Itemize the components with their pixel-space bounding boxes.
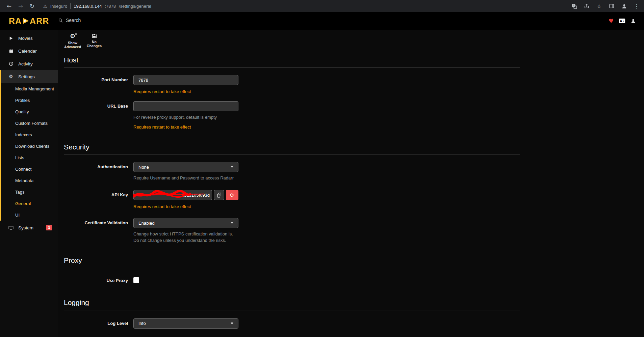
side-panel-icon[interactable]: [608, 3, 615, 9]
chevron-down-icon: [231, 166, 233, 168]
proxy-section: Proxy Use Proxy: [64, 256, 520, 283]
port-number-input[interactable]: [133, 75, 238, 85]
sidebar-item-label: Calendar: [18, 49, 37, 54]
log-level-label: Log Level: [64, 318, 133, 329]
use-proxy-label: Use Proxy: [64, 276, 133, 283]
section-title-logging: Logging: [64, 299, 520, 310]
sidebar-item-system[interactable]: System 3: [0, 221, 58, 234]
save-icon: [92, 33, 97, 39]
authentication-label: Authentication: [64, 162, 133, 181]
logo-text-right: ARR: [30, 16, 49, 26]
section-title-host: Host: [64, 56, 520, 68]
show-advanced-label: Show Advanced: [64, 41, 81, 49]
sidebar-item-general[interactable]: General: [1, 198, 58, 209]
sidebar-item-profiles[interactable]: Profiles: [1, 94, 58, 106]
sidebar-item-calendar[interactable]: Calendar: [0, 45, 58, 57]
api-key-label: API Key: [64, 190, 133, 209]
system-health-badge: 3: [46, 225, 52, 230]
chevron-down-icon: [231, 222, 233, 224]
back-icon[interactable]: ←: [4, 1, 14, 11]
regenerate-api-key-button[interactable]: ⟳: [226, 190, 238, 200]
sidebar-item-movies[interactable]: Movies: [0, 32, 58, 45]
security-section: Security Authentication None Require Use…: [64, 143, 520, 244]
sidebar-item-connect[interactable]: Connect: [1, 163, 58, 175]
bookmark-star-icon[interactable]: ☆: [596, 3, 602, 9]
radarr-logo[interactable]: RA ARR: [0, 16, 58, 26]
sidebar-item-indexers[interactable]: Indexers: [1, 129, 58, 140]
certificate-validation-row: Certificate Validation Enabled Change ho…: [64, 218, 520, 243]
menu-dots-icon[interactable]: ⋮: [633, 3, 640, 9]
use-proxy-checkbox[interactable]: [133, 277, 139, 283]
url-host: 192.168.0.144: [74, 4, 102, 9]
reload-icon[interactable]: ↻: [27, 1, 37, 11]
search-bar: [58, 18, 120, 24]
translate-page-icon[interactable]: A: [571, 3, 577, 9]
log-level-select[interactable]: Info: [133, 318, 238, 329]
url-base-label: URL Base: [64, 101, 133, 130]
profile-avatar-icon[interactable]: [621, 3, 627, 9]
donate-heart-icon[interactable]: ♥: [609, 18, 614, 24]
page-toolbar: ⚙ Show Advanced No Changes: [64, 30, 644, 48]
sidebar-item-label: Activity: [18, 61, 33, 66]
authentication-select[interactable]: None: [133, 162, 238, 172]
browser-toolbar: ← → ↻ ⚠ Inseguro 192.168.0.144:7878/sett…: [0, 0, 644, 12]
sidebar-item-media-management[interactable]: Media Management: [1, 83, 58, 94]
url-base-row: URL Base For reverse proxy support, defa…: [64, 101, 520, 130]
clipboard-icon: [217, 193, 222, 198]
sidebar-item-lists[interactable]: Lists: [1, 152, 58, 163]
user-icon[interactable]: [630, 18, 636, 24]
address-bar[interactable]: ⚠ Inseguro 192.168.0.144:7878/settings/g…: [38, 1, 569, 11]
sidebar-item-settings[interactable]: ⚙ Settings: [1, 70, 58, 83]
copy-api-key-button[interactable]: [214, 190, 224, 200]
port-restart-warning: Requires restart to take effect: [133, 89, 238, 94]
advanced-gear-icon: ⚙: [70, 33, 75, 40]
calendar-icon: [8, 49, 14, 53]
sidebar-item-label: Movies: [18, 36, 33, 41]
header-actions: ♥ Az: [609, 18, 644, 24]
gears-icon: ⚙: [8, 74, 14, 80]
chevron-down-icon: [231, 322, 233, 325]
certificate-validation-value: Enabled: [138, 221, 155, 226]
save-changes-button[interactable]: No Changes: [85, 33, 103, 48]
sidebar-item-activity[interactable]: Activity: [0, 57, 58, 70]
url-separator: [70, 3, 71, 9]
authentication-row: Authentication None Require Username and…: [64, 162, 520, 181]
url-base-restart-warning: Requires restart to take effect: [133, 124, 238, 130]
play-logo-icon: [22, 17, 29, 25]
settings-general-page: ⚙ Show Advanced No Changes Host Port Num…: [58, 30, 644, 337]
search-input[interactable]: [66, 18, 117, 23]
api-key-row: API Key 55a8105f093d ⟳: [64, 190, 520, 209]
url-port: :7878: [105, 4, 116, 9]
authentication-value: None: [138, 165, 149, 170]
sync-icon: ⟳: [230, 192, 234, 198]
url-base-help: For reverse proxy support, default is em…: [133, 114, 238, 120]
logging-section: Logging Log Level Info: [64, 299, 520, 329]
forward-icon[interactable]: →: [16, 1, 26, 11]
url-base-input[interactable]: [133, 101, 238, 111]
radarr-header: RA ARR ♥ Az: [0, 12, 644, 30]
sidebar-item-download-clients[interactable]: Download Clients: [1, 140, 58, 152]
sidebar-item-custom-formats[interactable]: Custom Formats: [1, 117, 58, 129]
port-number-label: Port Number: [64, 75, 133, 94]
api-key-visible-text: 55a8105f093d: [182, 193, 210, 198]
monitor-icon: [8, 225, 14, 230]
authentication-help: Require Username and Password to access …: [133, 175, 238, 181]
translate-icon[interactable]: Az: [619, 18, 625, 24]
security-label: Inseguro: [50, 4, 68, 9]
api-key-input[interactable]: 55a8105f093d: [133, 190, 212, 200]
logo-text-left: RA: [9, 16, 22, 26]
play-icon: [8, 36, 14, 40]
show-advanced-button[interactable]: ⚙ Show Advanced: [64, 33, 81, 48]
log-level-value: Info: [138, 321, 146, 326]
sidebar-item-label: System: [18, 225, 33, 230]
certificate-validation-select[interactable]: Enabled: [133, 218, 238, 228]
sidebar-item-ui[interactable]: UI: [1, 209, 58, 221]
clock-icon: [8, 61, 14, 66]
url-path: /settings/general: [119, 4, 151, 9]
sidebar-item-tags[interactable]: Tags: [1, 186, 58, 198]
no-changes-label: No Changes: [85, 40, 103, 48]
svg-text:z: z: [623, 20, 624, 23]
sidebar-item-quality[interactable]: Quality: [1, 106, 58, 117]
share-icon[interactable]: [583, 3, 590, 9]
sidebar-item-metadata[interactable]: Metadata: [1, 175, 58, 186]
